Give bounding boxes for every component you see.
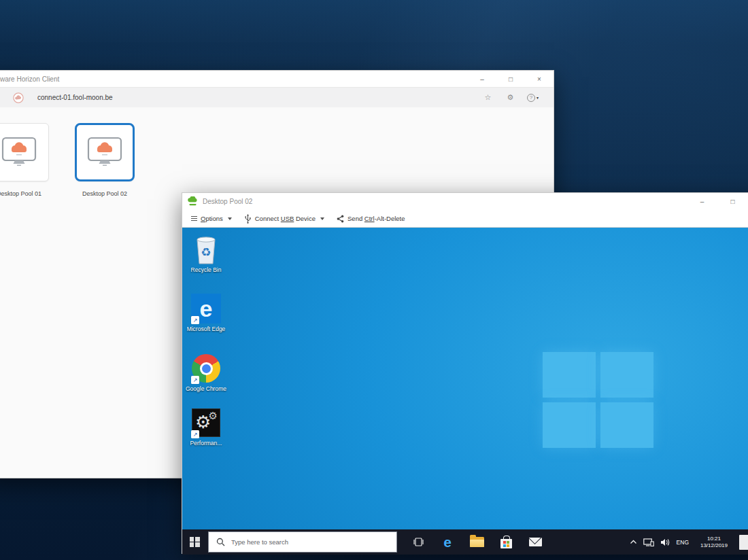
task-view-icon [413, 538, 424, 546]
pool-label: Desktop Pool 01 [0, 190, 41, 197]
window-controls: – □ × [468, 71, 554, 87]
session-minimize-button[interactable]: – [687, 193, 717, 210]
session-maximize-button[interactable]: □ [717, 193, 748, 210]
pool-tile-desktop-pool-02[interactable] [75, 123, 135, 181]
recycle-bin-icon: ♻ [192, 234, 220, 266]
horizon-titlebar[interactable]: VMware Horizon Client – □ × [0, 71, 554, 87]
pool-monitor-cloud-icon [86, 137, 123, 168]
desktop-icon-chrome[interactable]: ↗ Google Chrome [183, 353, 229, 393]
store-button[interactable] [497, 529, 515, 555]
pool-item-01: Desktop Pool 01 [0, 123, 51, 197]
settings-gear-icon[interactable]: ⚙ [499, 93, 522, 102]
tray-display-icon[interactable] [643, 538, 654, 546]
session-titlebar[interactable]: Desktop Pool 02 – □ [182, 193, 748, 210]
minimize-button[interactable]: – [468, 71, 496, 87]
tray-clock[interactable]: 10:21 13/12/2019 [695, 536, 733, 549]
options-label: Options [201, 215, 223, 222]
connect-usb-label: Connect USB Device [255, 215, 316, 222]
options-menu-icon [191, 216, 197, 221]
store-bag-icon [500, 539, 512, 548]
help-icon: ? [527, 94, 535, 102]
windows-wallpaper-logo [543, 352, 653, 448]
server-bar: connect-01.fool-moon.be ☆ ⚙ ? ▾ [0, 87, 554, 107]
shortcut-arrow-badge: ↗ [191, 376, 199, 384]
task-view-button[interactable] [409, 529, 427, 555]
session-title: Desktop Pool 02 [203, 198, 252, 205]
system-tray: ENG 10:21 13/12/2019 [630, 535, 748, 550]
desktop-icon-label: Recycle Bin [183, 266, 229, 274]
favorite-star-icon[interactable]: ☆ [477, 93, 499, 102]
desktop-icon-performance[interactable]: ⚙ ⚙ ↗ Performan... [183, 407, 229, 447]
server-bar-actions: ☆ ⚙ ? ▾ [477, 93, 554, 102]
file-explorer-button[interactable] [468, 529, 486, 555]
tray-language[interactable]: ENG [677, 539, 689, 546]
desktop-icon-label: Google Chrome [183, 385, 229, 393]
window-title: VMware Horizon Client [0, 75, 59, 83]
session-window-controls: – □ [687, 193, 748, 210]
send-keys-icon [337, 215, 344, 223]
connect-usb-device-button[interactable]: Connect USB Device [244, 214, 324, 224]
search-input[interactable] [231, 538, 360, 546]
tray-chevron-icon[interactable] [630, 540, 637, 544]
send-ctrl-alt-delete-button[interactable]: Send Ctrl-Alt-Delete [337, 215, 405, 223]
usb-icon [244, 214, 252, 224]
folder-icon [470, 537, 484, 547]
windows-logo-icon [190, 537, 200, 547]
desktop-icon-recycle-bin[interactable]: ♻ Recycle Bin [183, 234, 229, 274]
server-name[interactable]: connect-01.fool-moon.be [37, 94, 113, 101]
shortcut-arrow-badge: ↗ [191, 430, 199, 438]
options-button[interactable]: Options [191, 215, 232, 222]
desktop-icon-label: Performan... [183, 440, 229, 447]
clock-date: 13/12/2019 [695, 542, 733, 549]
send-cad-label: Send Ctrl-Alt-Delete [347, 215, 405, 222]
server-cloud-icon [13, 92, 24, 103]
notification-center-icon[interactable] [739, 535, 748, 550]
clock-time: 10:21 [695, 536, 733, 542]
desktop-icon-label: Microsoft Edge [183, 326, 229, 333]
help-menu-button[interactable]: ? ▾ [522, 94, 544, 102]
mail-envelope-icon [529, 538, 542, 546]
start-button[interactable] [182, 529, 207, 555]
taskbar: e [182, 529, 748, 555]
session-toolbar: Options [182, 210, 748, 228]
svg-text:♻: ♻ [201, 246, 211, 259]
edge-taskbar-button[interactable]: e [439, 529, 456, 555]
search-box[interactable] [208, 531, 397, 553]
session-window: Desktop Pool 02 – □ Options [182, 192, 748, 554]
desktop-icon-edge[interactable]: e ↗ Microsoft Edge [183, 293, 229, 333]
horizon-logo-icon [188, 196, 198, 207]
shortcut-arrow-badge: ↗ [191, 316, 199, 324]
pool-item-02: Desktop Pool 02 [73, 123, 137, 197]
pools-area: Desktop Pool 01 Desktop Pool 0 [0, 107, 554, 197]
mail-button[interactable] [526, 529, 544, 555]
maximize-button[interactable]: □ [496, 71, 525, 87]
search-icon [216, 538, 225, 546]
pool-monitor-cloud-icon [1, 137, 37, 168]
edge-icon: e [443, 534, 452, 550]
tray-volume-icon[interactable] [660, 538, 670, 546]
close-button[interactable]: × [525, 71, 554, 87]
remote-desktop: ♻ Recycle Bin e ↗ Microsoft Edge ↗ Googl… [182, 228, 748, 555]
pool-label: Desktop Pool 02 [82, 190, 127, 197]
host-desktop: VMware Horizon Client – □ × connect-01.f… [0, 0, 748, 560]
help-dropdown-caret-icon: ▾ [537, 95, 539, 100]
pool-tile-desktop-pool-01[interactable] [0, 123, 49, 181]
options-dropdown-caret-icon [228, 217, 232, 220]
usb-dropdown-caret-icon [320, 217, 324, 220]
